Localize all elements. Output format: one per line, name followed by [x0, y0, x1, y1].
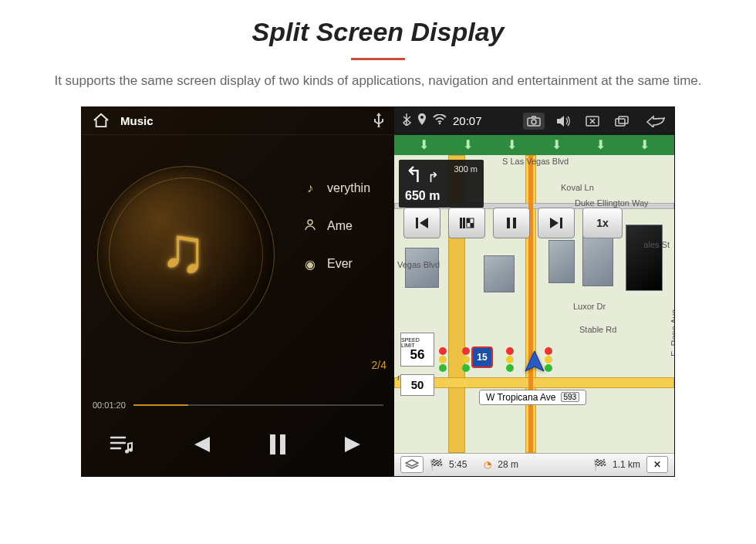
sim-next-button[interactable]	[538, 208, 575, 238]
music-header-label: Music	[120, 114, 154, 127]
progress-bar[interactable]	[133, 404, 383, 406]
svg-point-0	[308, 220, 312, 225]
sim-speed-button[interactable]: 1x	[582, 208, 623, 238]
music-top-bar: Music	[82, 107, 394, 135]
traffic-light-icon	[439, 347, 447, 373]
artist-name: Ame	[327, 219, 353, 233]
svg-point-2	[129, 448, 133, 451]
track-counter: 2/4	[372, 359, 386, 371]
svg-rect-19	[513, 218, 516, 228]
nav-close-button[interactable]: ✕	[646, 456, 668, 473]
album-art: ♫	[97, 166, 275, 343]
album-name: Ever	[327, 257, 353, 271]
map-label: S Las Vegas Blvd	[502, 157, 569, 166]
map-layers-button[interactable]	[400, 456, 424, 473]
traffic-light-icon	[506, 347, 514, 373]
wifi-icon	[433, 114, 447, 127]
recent-apps-icon[interactable]	[611, 113, 633, 130]
map-media-controls: 1x	[403, 208, 623, 238]
back-icon[interactable]	[645, 113, 667, 130]
map-label: Luxor Dr	[573, 302, 606, 311]
svg-rect-14	[463, 218, 465, 228]
turn-left-icon: ↰	[405, 164, 423, 186]
navigation-pane: 20:07 ⬇ ⬇ ⬇ ⬇ ⬇ ⬇	[394, 107, 674, 476]
person-icon	[302, 218, 318, 234]
svg-rect-13	[460, 218, 462, 228]
music-note-icon: ♫	[159, 214, 207, 286]
current-position-icon	[522, 350, 547, 377]
current-street-number: 593	[561, 392, 580, 402]
clock-time: 20:07	[453, 114, 482, 127]
sim-restart-button[interactable]	[448, 208, 485, 238]
pause-button[interactable]	[268, 433, 288, 456]
remaining-distance: 1.1 km	[613, 459, 640, 470]
svg-rect-16	[467, 218, 471, 223]
traffic-light-icon	[462, 347, 470, 373]
turn-main-distance: 650 m	[405, 189, 478, 203]
playlist-button[interactable]	[110, 434, 133, 454]
home-icon[interactable]	[93, 113, 110, 128]
next-button[interactable]	[343, 434, 366, 454]
sim-prev-button[interactable]	[403, 208, 440, 238]
progress-row: 00:01:20	[82, 400, 394, 410]
map-label: Duke Ellington Way	[575, 198, 649, 208]
eta-value: 5:45	[449, 459, 467, 470]
map-label: Stable Rd	[579, 325, 616, 334]
lane-arrow-icon: ⬇	[419, 137, 429, 152]
svg-point-5	[420, 116, 424, 119]
track-info: ♪ verythin Ame ◉ Ever	[302, 181, 370, 272]
svg-point-8	[532, 120, 536, 124]
track-title: verythin	[327, 181, 370, 195]
album-section: ♫ ♪ verythin Ame ◉ Ever 2/4	[82, 135, 394, 397]
status-bar: 20:07	[394, 107, 674, 135]
device-screenshot: Music ♫ ♪ verythin Ame	[81, 106, 675, 477]
disc-icon: ◉	[302, 257, 318, 272]
current-street-badge: W Tropicana Ave 593	[479, 390, 586, 405]
prev-button[interactable]	[188, 434, 211, 454]
svg-rect-4	[280, 434, 285, 454]
title-underline	[351, 58, 405, 60]
sim-pause-button[interactable]	[493, 208, 530, 238]
current-street-name: W Tropicana Ave	[486, 392, 556, 403]
remaining-time: 28 m	[498, 459, 518, 470]
music-pane: Music ♫ ♪ verythin Ame	[82, 107, 394, 476]
speed-limit-sign: SPEED LIMIT 56	[400, 333, 434, 367]
artist-row: Ame	[302, 218, 370, 234]
turn-right-small-icon: ↱	[427, 169, 439, 186]
screenshot-icon[interactable]	[523, 113, 545, 130]
map-label: Vegas Blvd	[397, 260, 440, 269]
usb-icon	[374, 112, 383, 130]
nav-bottom-bar: 🏁 5:45 ◔ 28 m 🏁 1.1 km ✕	[394, 453, 674, 476]
album-row: ◉ Ever	[302, 257, 370, 272]
page-title: Split Screen Display	[0, 17, 756, 47]
close-app-icon[interactable]	[582, 113, 603, 130]
warning-icon: ◔	[484, 459, 491, 470]
map-label: E. Reno Ave	[670, 309, 674, 356]
music-controls	[82, 417, 394, 471]
lane-arrow-icon: ⬇	[640, 137, 650, 152]
turn-secondary-distance: 300 m	[454, 164, 478, 174]
destination-flag-icon: 🏁	[430, 458, 443, 471]
svg-point-1	[125, 449, 129, 453]
svg-rect-18	[507, 218, 510, 228]
lane-arrow-icon: ⬇	[596, 137, 606, 152]
svg-rect-20	[560, 218, 562, 228]
track-title-row: ♪ verythin	[302, 181, 370, 195]
location-icon	[417, 113, 427, 128]
map-scale[interactable]: 50	[400, 374, 434, 396]
svg-rect-10	[616, 119, 625, 126]
lane-arrow-icon: ⬇	[552, 137, 562, 152]
lane-arrow-icon: ⬇	[463, 137, 473, 152]
map-label: Koval Ln	[561, 183, 594, 192]
lane-guidance-bar: ⬇ ⬇ ⬇ ⬇ ⬇ ⬇	[394, 135, 674, 155]
svg-rect-12	[416, 218, 418, 228]
turn-panel: ↰ ↱ 300 m 650 m	[399, 160, 484, 208]
note-icon: ♪	[302, 181, 318, 195]
svg-rect-3	[270, 434, 275, 454]
elapsed-time: 00:01:20	[93, 400, 126, 410]
lane-arrow-icon: ⬇	[507, 137, 517, 152]
route-shield: 15	[471, 346, 493, 368]
volume-icon[interactable]	[552, 113, 574, 130]
distance-flag-icon: 🏁	[593, 458, 606, 471]
svg-point-6	[439, 123, 441, 125]
